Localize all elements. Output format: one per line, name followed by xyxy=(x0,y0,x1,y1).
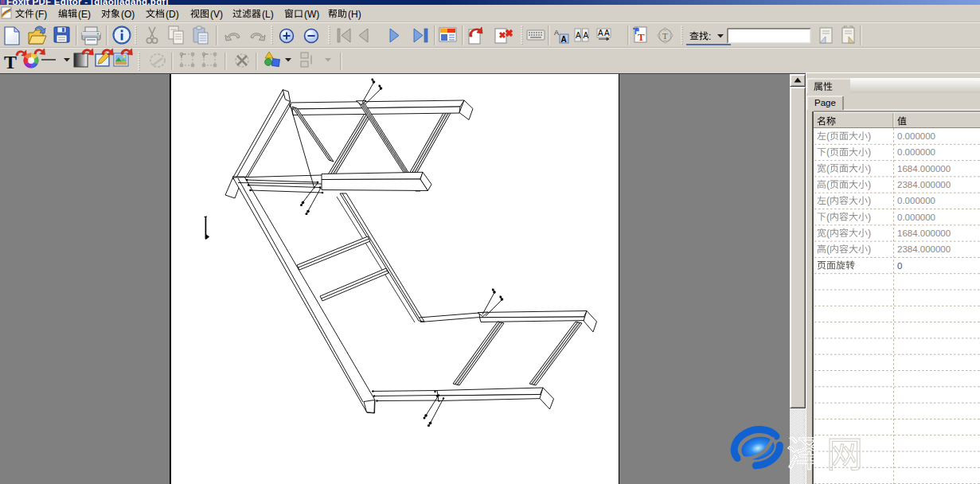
svg-text:(O): (O) xyxy=(121,9,135,20)
svg-text:(L): (L) xyxy=(262,9,274,20)
svg-text:(E): (E) xyxy=(78,9,91,20)
svg-text:A: A xyxy=(561,35,567,44)
svg-text:Foxit PDF Editor - [qiaojiad: Foxit PDF Editor - [qiaojiadang.pdf] xyxy=(6,0,169,6)
svg-text::: : xyxy=(709,31,711,42)
svg-text:0: 0 xyxy=(897,261,902,271)
svg-text:(F): (F) xyxy=(35,9,47,20)
svg-text:(H): (H) xyxy=(348,9,361,20)
svg-text:): ) xyxy=(868,179,871,190)
svg-text:1684.000000: 1684.000000 xyxy=(897,164,951,174)
svg-text:T: T xyxy=(638,31,645,43)
svg-text:Page: Page xyxy=(814,98,836,107)
svg-text:A: A xyxy=(554,29,559,37)
svg-text:0.000000: 0.000000 xyxy=(897,196,935,205)
svg-text:): ) xyxy=(868,195,871,206)
svg-text:(D): (D) xyxy=(166,9,179,20)
svg-text:): ) xyxy=(868,228,871,239)
svg-text:(V): (V) xyxy=(210,9,223,20)
svg-text:0.000000: 0.000000 xyxy=(897,213,935,222)
svg-text:(W): (W) xyxy=(304,9,319,20)
svg-text:0.000000: 0.000000 xyxy=(897,147,935,157)
svg-text:): ) xyxy=(868,163,871,174)
svg-text:2384.000000: 2384.000000 xyxy=(897,244,951,254)
svg-text:): ) xyxy=(868,244,871,255)
svg-text:2384.000000: 2384.000000 xyxy=(897,180,951,189)
svg-text:A: A xyxy=(598,29,603,37)
svg-text:0.000000: 0.000000 xyxy=(897,131,935,141)
svg-text:1684.000000: 1684.000000 xyxy=(897,228,951,238)
svg-text:): ) xyxy=(868,212,871,223)
svg-text:A: A xyxy=(584,31,589,40)
svg-text:): ) xyxy=(868,146,871,158)
svg-text:A: A xyxy=(604,29,610,37)
svg-text:A: A xyxy=(576,31,581,40)
svg-text:): ) xyxy=(868,131,871,142)
svg-text:T: T xyxy=(662,31,668,41)
svg-text:T: T xyxy=(4,52,17,72)
